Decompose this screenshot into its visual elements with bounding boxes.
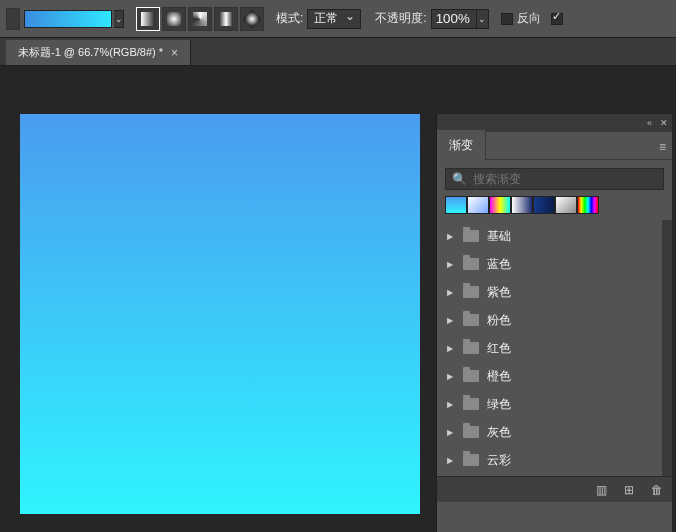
folder-item[interactable]: ▶基础 (437, 222, 662, 250)
folder-label: 基础 (487, 228, 511, 245)
chevron-right-icon: ▶ (447, 316, 455, 325)
folder-icon (463, 258, 479, 270)
scrollbar[interactable] (662, 220, 672, 476)
gradients-panel: « ✕ 渐变 ≡ 🔍 ▶基础 ▶蓝色 ▶紫色 (436, 114, 672, 532)
folder-icon (463, 314, 479, 326)
reverse-checkbox[interactable] (501, 13, 513, 25)
options-bar: ⌄ 模式: 正常 不透明度: ⌄ 反向 (0, 0, 676, 38)
panel-tab-gradients[interactable]: 渐变 (437, 130, 486, 161)
gradient-swatch[interactable] (533, 196, 555, 214)
folder-icon (463, 370, 479, 382)
folder-item[interactable]: ▶灰色 (437, 418, 662, 446)
chevron-right-icon: ▶ (447, 456, 455, 465)
document-tab[interactable]: 未标题-1 @ 66.7%(RGB/8#) * × (6, 40, 191, 65)
folder-label: 蓝色 (487, 256, 511, 273)
document-tab-title: 未标题-1 @ 66.7%(RGB/8#) * (18, 45, 163, 60)
gradient-swatch[interactable] (577, 196, 599, 214)
gradient-swatch[interactable] (445, 196, 467, 214)
mode-select[interactable]: 正常 (307, 9, 361, 29)
folder-item[interactable]: ▶云彩 (437, 446, 662, 474)
gradient-swatch[interactable] (511, 196, 533, 214)
chevron-right-icon: ▶ (447, 400, 455, 409)
mode-value: 正常 (314, 10, 338, 27)
folder-item[interactable]: ▶蓝色 (437, 250, 662, 278)
gradient-type-radial[interactable] (162, 7, 186, 31)
gradient-type-angle[interactable] (188, 7, 212, 31)
chevron-right-icon: ▶ (447, 232, 455, 241)
opacity-label: 不透明度: (375, 10, 426, 27)
folder-item[interactable]: ▶粉色 (437, 306, 662, 334)
panel-close-icon[interactable]: ✕ (660, 118, 668, 128)
mode-label: 模式: (276, 10, 303, 27)
folder-icon (463, 454, 479, 466)
folder-label: 云彩 (487, 452, 511, 469)
folder-icon (463, 286, 479, 298)
gradient-swatch[interactable] (467, 196, 489, 214)
gradient-type-group (136, 7, 264, 31)
gradient-swatch[interactable] (489, 196, 511, 214)
folder-item[interactable]: ▶橙色 (437, 362, 662, 390)
canvas[interactable] (20, 114, 420, 514)
search-input[interactable] (473, 172, 657, 186)
reverse-group[interactable]: 反向 (501, 10, 541, 27)
swatch-row (437, 196, 672, 220)
folder-label: 橙色 (487, 368, 511, 385)
folder-icon (463, 426, 479, 438)
folder-create-icon[interactable]: ▥ (594, 483, 608, 497)
folder-item[interactable]: ▶红色 (437, 334, 662, 362)
folder-icon (463, 342, 479, 354)
document-tabbar: 未标题-1 @ 66.7%(RGB/8#) * × (0, 38, 676, 66)
chevron-right-icon: ▶ (447, 372, 455, 381)
opacity-input[interactable] (431, 9, 477, 29)
search-field[interactable]: 🔍 (445, 168, 664, 190)
folder-label: 灰色 (487, 424, 511, 441)
chevron-right-icon: ▶ (447, 344, 455, 353)
panel-menu-icon[interactable]: ≡ (659, 140, 666, 154)
tool-preset-picker[interactable] (6, 8, 20, 30)
folder-label: 紫色 (487, 284, 511, 301)
panel-tabs: 渐变 ≡ (437, 132, 672, 160)
trash-icon[interactable]: 🗑 (650, 483, 664, 497)
folder-label: 粉色 (487, 312, 511, 329)
chevron-right-icon: ▶ (447, 260, 455, 269)
reverse-label: 反向 (517, 10, 541, 27)
gradient-swatch[interactable] (555, 196, 577, 214)
gradient-type-diamond[interactable] (240, 7, 264, 31)
search-icon: 🔍 (452, 172, 467, 186)
dither-checkbox[interactable] (551, 13, 563, 25)
gradient-type-linear[interactable] (136, 7, 160, 31)
gradient-dropdown[interactable]: ⌄ (114, 10, 124, 28)
opacity-dropdown[interactable]: ⌄ (477, 9, 489, 29)
folder-list: ▶基础 ▶蓝色 ▶紫色 ▶粉色 ▶红色 ▶橙色 ▶绿色 ▶灰色 ▶云彩 (437, 220, 662, 476)
new-icon[interactable]: ⊞ (622, 483, 636, 497)
main-area: « ✕ 渐变 ≡ 🔍 ▶基础 ▶蓝色 ▶紫色 (0, 66, 676, 532)
folder-item[interactable]: ▶紫色 (437, 278, 662, 306)
dither-group[interactable] (551, 13, 567, 25)
folder-icon (463, 398, 479, 410)
canvas-area[interactable] (0, 66, 436, 532)
chevron-right-icon: ▶ (447, 288, 455, 297)
gradient-preview[interactable] (24, 10, 112, 28)
folder-label: 红色 (487, 340, 511, 357)
folder-item[interactable]: ▶绿色 (437, 390, 662, 418)
folder-icon (463, 230, 479, 242)
panel-footer: ▥ ⊞ 🗑 (437, 476, 672, 502)
collapse-icon[interactable]: « (647, 118, 652, 128)
gradient-type-reflected[interactable] (214, 7, 238, 31)
panel-search: 🔍 (437, 160, 672, 196)
chevron-right-icon: ▶ (447, 428, 455, 437)
folder-label: 绿色 (487, 396, 511, 413)
close-icon[interactable]: × (171, 46, 178, 60)
